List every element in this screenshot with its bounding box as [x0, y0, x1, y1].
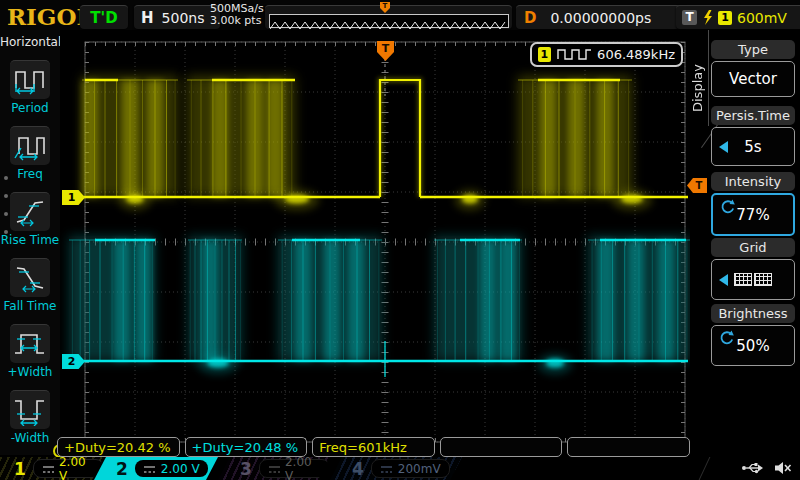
fall-time-icon — [10, 258, 50, 297]
measurement-slot-3[interactable]: Freq=601kHz — [312, 437, 435, 457]
measurement-text: +Duty=20.42 % — [64, 440, 171, 455]
channel4-number: 4 — [352, 459, 364, 479]
waveform-display-area: 1 606.489kHz T 1 2 T — [60, 30, 690, 455]
timebase-label: H — [141, 9, 154, 27]
menu-item-grid: Grid — [711, 238, 795, 300]
channel2-number: 2 — [116, 459, 128, 479]
sidebar-item-label: Freq — [0, 167, 60, 181]
sidebar-item-label: +Width — [0, 365, 60, 379]
channel1-status[interactable]: 1 2.00 V — [0, 457, 104, 480]
usb-icon — [741, 461, 765, 475]
plus-width-icon — [10, 324, 50, 363]
measurement-bar: +Duty=20.42 % +Duty=20.48 % Freq=601kHz — [57, 437, 690, 457]
waveform-plot — [60, 30, 690, 455]
dc-coupling-icon — [268, 464, 280, 474]
channel2-waveform — [62, 236, 690, 377]
channel1-number: 1 — [14, 459, 26, 479]
frequency-counter: 1 606.489kHz — [530, 42, 683, 67]
channel3-status[interactable]: 3 2.00 V — [218, 457, 330, 480]
dc-coupling-icon — [42, 464, 54, 474]
trigger-status-text: T'D — [90, 9, 117, 27]
sidebar-item-plus-width[interactable]: +Width — [0, 324, 60, 379]
rise-time-icon — [10, 192, 50, 231]
sidebar-item-minus-width[interactable]: -Width — [0, 390, 60, 445]
intensity-button[interactable]: 77% — [711, 193, 795, 236]
dc-coupling-icon — [380, 464, 393, 474]
page-dot — [4, 230, 8, 234]
sample-rate-readout: 500MSa/s 3.00k pts — [210, 3, 264, 27]
delay-value: 0.00000000ps — [550, 10, 651, 26]
speaker-muted-icon — [774, 461, 792, 475]
measurement-slot-5[interactable] — [567, 437, 690, 457]
channel3-scale: 2.00 V — [285, 455, 321, 480]
counter-frequency-value: 606.489kHz — [597, 47, 675, 62]
horizontal-menu-sidebar: Horizontal Period Freq — [0, 30, 61, 455]
brightness-button[interactable]: 50% — [711, 325, 795, 366]
bar-separator — [699, 457, 711, 480]
top-status-bar: RIGOL T'D H 500ns 500MSa/s 3.00k pts T D… — [0, 0, 800, 30]
hardware-status-icons — [741, 461, 792, 475]
measurement-slot-4[interactable] — [440, 437, 563, 457]
trigger-info-box[interactable]: T 1 600mV — [676, 5, 800, 29]
menu-item-label: Type — [711, 40, 795, 59]
oscilloscope-screen: RIGOL T'D H 500ns 500MSa/s 3.00k pts T D… — [0, 0, 800, 480]
persistence-button[interactable]: 5s — [711, 127, 795, 166]
measurement-slot-1[interactable]: +Duty=20.42 % — [57, 437, 180, 457]
delay-label: D — [524, 9, 536, 27]
channel-status-bar: 1 2.00 V 2 2.00 V 3 — [0, 457, 800, 480]
persistence-value: 5s — [744, 138, 761, 156]
sidebar-item-fall-time[interactable]: Fall Time — [0, 258, 60, 313]
sidebar-title: Horizontal — [0, 35, 60, 49]
trigger-edge-icon — [702, 10, 713, 25]
channel2-status[interactable]: 2 2.00 V — [94, 457, 218, 480]
page-dot — [4, 176, 8, 180]
measurement-slot-2[interactable]: +Duty=20.48 % — [185, 437, 308, 457]
minus-width-icon — [10, 390, 50, 429]
grid-style-icon — [734, 273, 772, 286]
freq-icon — [10, 126, 50, 165]
timebase-box[interactable]: H 500ns — [134, 5, 220, 29]
chevron-left-icon — [719, 141, 728, 153]
sidebar-item-label: Rise Time — [0, 233, 60, 247]
timebase-value: 500ns — [162, 10, 205, 26]
page-dot — [4, 212, 8, 216]
trigger-label: T — [682, 10, 697, 25]
type-value: Vector — [729, 70, 777, 88]
menu-item-label: Grid — [711, 238, 795, 257]
channel3-number: 3 — [240, 459, 252, 479]
menu-item-label: Persis.Time — [711, 106, 795, 125]
delay-box[interactable]: D 0.00000000ps — [516, 5, 687, 29]
sidebar-item-period[interactable]: Period — [0, 60, 60, 115]
type-button[interactable]: Vector — [711, 61, 795, 97]
measurement-text: +Duty=20.48 % — [192, 440, 299, 455]
channel4-scale: 200mV — [398, 462, 441, 476]
grid-button[interactable] — [711, 259, 795, 300]
trigger-source-badge: 1 — [718, 11, 732, 25]
sidebar-item-rise-time[interactable]: Rise Time — [0, 192, 60, 247]
menu-item-label: Intensity — [711, 172, 795, 191]
channel1-waveform — [62, 76, 688, 210]
rotate-knob-icon — [718, 330, 734, 346]
chevron-left-icon — [719, 274, 728, 286]
preview-trigger-marker[interactable]: T — [380, 2, 390, 13]
trigger-status-badge: T'D — [80, 5, 128, 29]
period-icon — [10, 60, 50, 99]
rotate-knob-icon — [719, 199, 735, 215]
channel2-scale: 2.00 V — [161, 462, 200, 476]
menu-item-persistence: Persis.Time 5s — [711, 106, 795, 166]
waveform-preview-strip[interactable]: T — [265, 5, 512, 29]
preview-zigzag-waveform — [270, 20, 506, 30]
sidebar-item-label: Period — [0, 101, 60, 115]
square-wave-icon — [557, 48, 591, 61]
menu-item-type: Type Vector — [711, 40, 795, 97]
brightness-value: 50% — [736, 337, 769, 355]
measurement-text: Freq=601kHz — [319, 440, 407, 455]
channel1-scale: 2.00 V — [59, 455, 95, 480]
sidebar-item-freq[interactable]: Freq — [0, 126, 60, 181]
menu-tab-title: Display — [690, 50, 710, 126]
preview-window — [269, 14, 509, 28]
channel4-status[interactable]: 4 200mV — [330, 457, 462, 480]
trigger-level-value: 600mV — [737, 10, 787, 26]
display-menu-panel: Display Type Vector Persis.Time 5s Inten… — [690, 30, 800, 455]
dc-coupling-icon — [143, 464, 156, 474]
